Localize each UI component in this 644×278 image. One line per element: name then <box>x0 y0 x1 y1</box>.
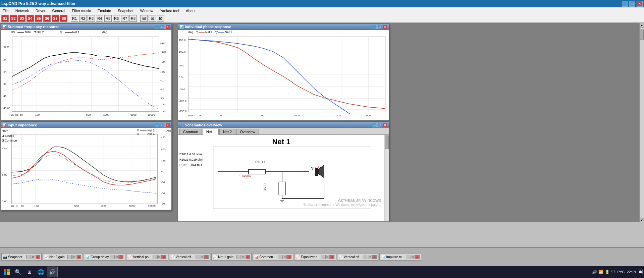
task-ctrl-close-vertpo[interactable]: × <box>162 255 166 259</box>
task-ctrl-max-vertoff[interactable]: □ <box>200 255 204 259</box>
s7-button[interactable]: S7 <box>52 15 59 22</box>
s6-button[interactable]: S6 <box>43 15 51 22</box>
summed-freq-titlebar[interactable]: 📊 Summed frequency response — □ × <box>1 24 171 30</box>
menu-emulate[interactable]: Emulate <box>96 8 112 13</box>
r3-button[interactable]: R3 <box>88 15 95 22</box>
task-ctrl-min-net2gain[interactable]: ─ <box>67 255 72 259</box>
s5-button[interactable]: S5 <box>35 15 42 22</box>
menu-general[interactable]: General <box>51 8 66 13</box>
r7-button[interactable]: R7 <box>121 15 128 22</box>
s2-button[interactable]: S2 <box>10 15 17 22</box>
r4-button[interactable]: R4 <box>96 15 103 22</box>
phase-maximize[interactable]: □ <box>377 25 382 29</box>
task-ctrl-max-impulse[interactable]: □ <box>411 255 415 259</box>
task-ctrl-close-equalizer[interactable]: × <box>330 255 334 259</box>
task-ctrl-min-vertpo[interactable]: ─ <box>153 255 157 259</box>
systray-battery[interactable]: 🔋 <box>605 270 610 274</box>
tab-common[interactable]: Common <box>179 129 202 134</box>
task-ctrl-close-vertoff2[interactable]: × <box>372 255 377 259</box>
task-ctrl-min-common[interactable]: ─ <box>278 255 282 259</box>
notification-center[interactable]: 💬 <box>638 270 643 274</box>
task-ctrl-close-groupdelay[interactable]: × <box>119 255 123 259</box>
task-vertoff2[interactable]: 📈 Vertical off... ─ □ × <box>337 253 379 261</box>
task-vertpo[interactable]: 📈 Vertical po... ─ □ × <box>126 253 168 261</box>
window-controls[interactable]: — □ × <box>622 1 643 7</box>
phase-minimize[interactable]: — <box>372 25 377 29</box>
task-ctrl-max-equalizer[interactable]: □ <box>325 255 330 259</box>
icon-btn-3[interactable]: ⊠ <box>157 15 164 22</box>
task-common[interactable]: 📊 Common ... ─ □ × <box>253 253 293 261</box>
tab-net1[interactable]: Net 1 <box>203 129 219 135</box>
task-groupdelay[interactable]: 📊 Group delay ─ □ × <box>84 253 125 261</box>
edge-button[interactable]: 🌐 <box>36 267 46 277</box>
r2-button[interactable]: R2 <box>79 15 87 22</box>
task-ctrl-max-vertoff2[interactable]: □ <box>368 255 372 259</box>
task-ctrl-min-snapshot[interactable]: ─ <box>26 255 31 259</box>
icon-btn-1[interactable]: ⊞ <box>140 15 148 22</box>
s4-button[interactable]: S4 <box>26 15 34 22</box>
summed-maximize[interactable]: □ <box>160 25 165 29</box>
menu-filter-music[interactable]: Filter music <box>71 8 92 13</box>
icon-btn-2[interactable]: ⊟ <box>149 15 156 22</box>
impedance-titlebar[interactable]: 📊 Input impedance — □ × <box>1 122 171 128</box>
maximize-btn[interactable]: □ <box>629 1 635 7</box>
summed-close[interactable]: × <box>165 25 170 29</box>
task-snapshot[interactable]: 📷 Snapshot ─ □ × <box>1 253 42 261</box>
r1-button[interactable]: R1 <box>71 15 78 22</box>
s8-button[interactable]: S8 <box>60 15 67 22</box>
s3-button[interactable]: S3 <box>18 15 25 22</box>
phase-titlebar[interactable]: 📊 Individual phase response — □ × <box>178 24 389 30</box>
phase-close[interactable]: × <box>383 25 387 29</box>
task-ctrl-close-snapshot[interactable]: × <box>36 255 40 259</box>
menu-file[interactable]: File <box>1 8 10 13</box>
menu-window[interactable]: Window <box>139 8 155 13</box>
task-equalizer[interactable]: 📈 Equalizer r... ─ □ × <box>294 253 336 261</box>
impedance-minimize[interactable]: — <box>155 123 159 127</box>
task-ctrl-min-vertoff2[interactable]: ─ <box>363 255 367 259</box>
systray-shield[interactable]: 🛡 <box>611 270 615 274</box>
language-indicator[interactable]: РУС <box>617 270 625 274</box>
start-button[interactable] <box>1 267 12 277</box>
impedance-close[interactable]: × <box>165 123 170 127</box>
task-ctrl-max-net1gain[interactable]: □ <box>241 255 245 259</box>
task-ctrl-max-snapshot[interactable]: □ <box>31 255 35 259</box>
task-ctrl-close-common[interactable]: × <box>287 255 291 259</box>
systray-network[interactable]: 📶 <box>598 270 603 274</box>
search-button[interactable]: 🔍 <box>13 267 23 277</box>
r8-button[interactable]: R8 <box>129 15 137 22</box>
r5-button[interactable]: R5 <box>104 15 112 22</box>
task-ctrl-max-vertpo[interactable]: □ <box>157 255 162 259</box>
task-ctrl-close-vertoff[interactable]: × <box>204 255 209 259</box>
tab-net2[interactable]: Net 2 <box>219 129 235 134</box>
minimize-btn[interactable]: — <box>622 1 628 7</box>
schematics-titlebar[interactable]: 🔧 Schematics/overview — □ × <box>178 122 389 128</box>
task-ctrl-min-net1gain[interactable]: ─ <box>236 255 240 259</box>
task-ctrl-min-vertoff[interactable]: ─ <box>195 255 199 259</box>
impedance-maximize[interactable]: □ <box>160 123 165 127</box>
schematics-close[interactable]: × <box>383 123 387 127</box>
task-impulse[interactable]: 📊 Impulse re... ─ □ × <box>379 253 421 261</box>
s1-button[interactable]: S1 <box>1 15 9 22</box>
menu-about[interactable]: About <box>184 8 197 13</box>
task-ctrl-close-net2gain[interactable]: × <box>77 255 81 259</box>
menu-snapshot[interactable]: Snapshot <box>116 8 135 13</box>
task-net1gain[interactable]: 📈 Net 1 gain ─ □ × <box>211 253 252 261</box>
task-ctrl-max-net2gain[interactable]: □ <box>72 255 76 259</box>
menu-driver[interactable]: Driver <box>34 8 47 13</box>
menu-yankee-tool[interactable]: Yankee tool <box>159 8 180 13</box>
task-ctrl-min-impulse[interactable]: ─ <box>406 255 410 259</box>
schematics-minimize[interactable]: — <box>372 123 377 127</box>
task-ctrl-close-impulse[interactable]: × <box>415 255 420 259</box>
close-btn[interactable]: × <box>637 1 643 7</box>
task-net2gain[interactable]: 📈 Net 2 gain ─ □ × <box>43 253 83 261</box>
taskview-button[interactable]: ⊞ <box>24 267 35 277</box>
main-scrollbar[interactable]: ▲ ▼ <box>639 23 644 222</box>
scrollbar-vertical[interactable] <box>384 135 389 221</box>
schematics-maximize[interactable]: □ <box>377 123 382 127</box>
task-ctrl-min-groupdelay[interactable]: ─ <box>110 255 114 259</box>
task-ctrl-close-net1gain[interactable]: × <box>246 255 250 259</box>
menu-network[interactable]: Network <box>14 8 30 13</box>
task-vertoff[interactable]: 📈 Vertical off... ─ □ × <box>169 253 211 261</box>
task-ctrl-min-equalizer[interactable]: ─ <box>321 255 325 259</box>
summed-minimize[interactable]: — <box>155 25 159 29</box>
